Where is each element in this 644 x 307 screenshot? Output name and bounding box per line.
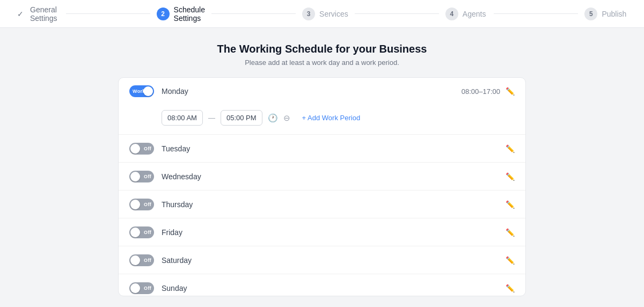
top-nav: ✓ General Settings 2 Schedule Settings 3… [0, 0, 644, 28]
sunday-toggle-knob [130, 283, 140, 293]
friday-toggle-wrap[interactable]: Off [129, 226, 154, 238]
day-row-friday: Off Friday ✏️ [119, 218, 525, 246]
nav-divider-3 [355, 13, 439, 14]
wednesday-edit-icon[interactable]: ✏️ [506, 172, 515, 181]
monday-toggle[interactable]: Work [129, 85, 154, 97]
day-row-tuesday: Off Tuesday ✏️ [119, 135, 525, 163]
nav-step-label: Agents [463, 10, 486, 18]
friday-toggle-label: Off [144, 230, 151, 235]
thursday-edit-icon[interactable]: ✏️ [506, 200, 515, 209]
tuesday-edit-icon[interactable]: ✏️ [506, 144, 515, 153]
nav-step-agents[interactable]: 4 Agents [445, 8, 488, 20]
nav-divider-2 [211, 13, 296, 14]
tuesday-toggle-wrap[interactable]: Off [129, 143, 154, 155]
sunday-edit-icon[interactable]: ✏️ [506, 284, 515, 293]
add-work-period-button[interactable]: + Add Work Period [298, 111, 365, 125]
wednesday-toggle[interactable]: Off [129, 171, 154, 182]
nav-step-label: General Settings [30, 5, 60, 23]
nav-step-label: Schedule Settings [174, 5, 205, 23]
thursday-toggle[interactable]: Off [129, 199, 154, 210]
thursday-toggle-label: Off [144, 202, 151, 207]
monday-toggle-wrap[interactable]: Work [129, 85, 154, 97]
tuesday-toggle-label: Off [144, 146, 151, 151]
nav-divider-4 [494, 13, 578, 14]
wednesday-toggle-wrap[interactable]: Off [129, 171, 154, 182]
tuesday-toggle-knob [130, 144, 140, 154]
nav-step-label: Publish [602, 10, 626, 18]
schedule-card: Work Monday 08:00–17:00 ✏️ 08:00 AM — 05… [118, 77, 526, 296]
page-title: The Working Schedule for your Business [217, 43, 427, 55]
nav-divider-1 [66, 13, 150, 14]
monday-edit-icon[interactable]: ✏️ [506, 87, 515, 96]
saturday-edit-icon[interactable]: ✏️ [506, 256, 515, 265]
wednesday-toggle-knob [130, 172, 140, 181]
delete-icon[interactable]: ⊖ [283, 113, 290, 123]
nav-step-publish[interactable]: 5 Publish [584, 8, 627, 20]
monday-start-value: 08:00 AM [167, 114, 197, 122]
tuesday-label: Tuesday [162, 144, 506, 153]
monday-time-inputs: 08:00 AM — 05:00 PM 🕐 ⊖ + Add Work Perio… [119, 105, 525, 134]
friday-toggle[interactable]: Off [129, 226, 154, 238]
monday-start-time[interactable]: 08:00 AM [162, 110, 203, 126]
day-row-wednesday: Off Wednesday ✏️ [119, 163, 525, 191]
day-row-sunday: Off Sunday ✏️ [119, 274, 525, 296]
saturday-toggle-wrap[interactable]: Off [129, 254, 154, 266]
saturday-toggle[interactable]: Off [129, 254, 154, 266]
day-row-saturday: Off Saturday ✏️ [119, 246, 525, 274]
saturday-toggle-knob [130, 255, 140, 265]
thursday-label: Thursday [162, 200, 506, 209]
saturday-toggle-label: Off [144, 258, 151, 263]
tuesday-toggle[interactable]: Off [129, 143, 154, 155]
time-dash: — [208, 114, 215, 122]
sunday-toggle[interactable]: Off [129, 282, 154, 294]
day-row-thursday: Off Thursday ✏️ [119, 191, 525, 218]
page-subtitle: Please add at least a work day and a wor… [245, 59, 399, 67]
thursday-toggle-knob [130, 200, 140, 209]
nav-step-schedule-settings[interactable]: 2 Schedule Settings [157, 5, 205, 23]
monday-label: Monday [162, 87, 462, 96]
sunday-toggle-label: Off [144, 286, 151, 291]
check-icon: ✓ [17, 10, 24, 18]
monday-end-time[interactable]: 05:00 PM [221, 110, 262, 126]
day-row-monday: Work Monday 08:00–17:00 ✏️ 08:00 AM — 05… [119, 78, 525, 135]
sunday-toggle-wrap[interactable]: Off [129, 282, 154, 294]
monday-header: Work Monday 08:00–17:00 ✏️ [119, 78, 525, 105]
friday-toggle-knob [130, 228, 140, 237]
step-circle-4: 4 [445, 8, 458, 20]
friday-edit-icon[interactable]: ✏️ [506, 228, 515, 237]
monday-end-value: 05:00 PM [226, 114, 257, 122]
wednesday-label: Wednesday [162, 172, 506, 181]
main-content: The Working Schedule for your Business P… [0, 28, 644, 307]
monday-time-range: 08:00–17:00 [462, 87, 500, 96]
monday-toggle-knob [143, 86, 153, 96]
saturday-label: Saturday [162, 256, 506, 265]
step-circle-5: 5 [584, 8, 597, 20]
sunday-label: Sunday [162, 284, 506, 293]
nav-step-general-settings[interactable]: ✓ General Settings [17, 5, 60, 23]
nav-step-services[interactable]: 3 Services [302, 8, 348, 20]
nav-step-label: Services [319, 10, 348, 18]
step-circle-2: 2 [157, 8, 170, 20]
friday-label: Friday [162, 228, 506, 237]
wednesday-toggle-label: Off [144, 174, 151, 179]
clock-icon: 🕐 [268, 113, 278, 123]
thursday-toggle-wrap[interactable]: Off [129, 199, 154, 210]
step-circle-3: 3 [302, 8, 315, 20]
add-work-period-label: + Add Work Period [302, 114, 361, 122]
